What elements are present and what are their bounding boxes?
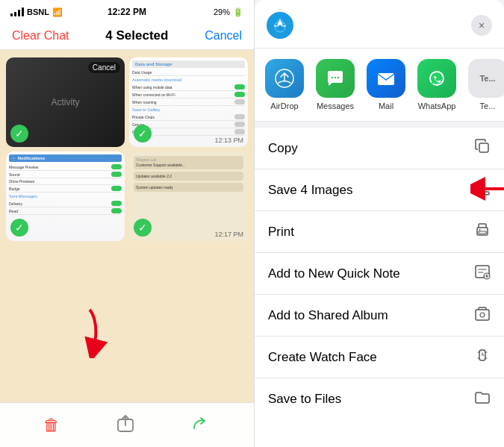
svg-point-18 — [480, 313, 485, 317]
top-bar: Clear Chat 4 Selected Cancel — [0, 22, 254, 50]
messages-icon — [316, 59, 355, 98]
savefiles-icon — [474, 389, 491, 409]
check-1: ✓ — [10, 125, 28, 143]
more-label: Te... — [480, 101, 496, 110]
svg-rect-9 — [479, 143, 488, 152]
action-quicknote-label: Add to New Quick Note — [268, 266, 400, 281]
check-3: ✓ — [10, 219, 28, 237]
sharedalbum-icon — [474, 305, 491, 325]
action-watchface-label: Create Watch Face — [268, 350, 377, 365]
battery-label: 29% — [214, 7, 230, 16]
svg-point-4 — [332, 77, 333, 78]
action-watchface[interactable]: Create Watch Face — [255, 337, 504, 378]
action-copy-label: Copy — [268, 141, 298, 156]
svg-rect-13 — [479, 231, 486, 234]
cancel-btn-1[interactable]: Cancel — [88, 62, 120, 73]
images-grid: Cancel Activity ✓ Data and Storage Data … — [0, 50, 254, 248]
svg-marker-2 — [277, 19, 283, 25]
svg-point-5 — [335, 77, 336, 78]
print-icon — [474, 222, 491, 242]
action-save-label: Save 4 Images — [268, 183, 352, 198]
right-panel: × AirDrop Messa — [254, 0, 504, 447]
share-button[interactable] — [116, 413, 135, 437]
wifi-icon: 📶 — [52, 7, 63, 17]
share-messages[interactable]: Messages — [313, 59, 358, 110]
mail-label: Mail — [379, 101, 393, 110]
selected-count: 4 Selected — [105, 28, 168, 43]
airdrop-label: AirDrop — [270, 101, 298, 110]
action-savefiles[interactable]: Save to Files — [255, 378, 504, 419]
thumb1-label: Activity — [51, 97, 79, 107]
svg-rect-7 — [378, 73, 394, 85]
share-apps-row: AirDrop Messages Mail — [255, 49, 504, 122]
status-bar: BSNL 📶 12:22 PM 29% 🔋 — [0, 0, 254, 22]
action-copy[interactable]: Copy — [255, 128, 504, 169]
share-airdrop[interactable]: AirDrop — [262, 59, 307, 110]
chat-area: Cancel Activity ✓ Data and Storage Data … — [0, 50, 254, 402]
bottom-toolbar: 🗑 — [0, 402, 254, 447]
airdrop-icon — [265, 59, 304, 98]
action-sharedalbum[interactable]: Add to Shared Album — [255, 295, 504, 337]
thumb4-time: 12:17 PM — [214, 231, 243, 238]
whatsapp-icon — [417, 59, 456, 98]
status-left: BSNL 📶 — [10, 7, 63, 17]
status-right: 29% 🔋 — [214, 7, 243, 17]
thumbnail-2[interactable]: Data and Storage Data Usage Automatic me… — [129, 57, 248, 147]
signal-bars — [10, 7, 24, 16]
down-arrow-overlay — [75, 306, 116, 361]
delete-button[interactable]: 🗑 — [43, 416, 60, 435]
left-panel: BSNL 📶 12:22 PM 29% 🔋 Clear Chat 4 Selec… — [0, 0, 254, 447]
action-list: Copy Save 4 Images — [255, 128, 504, 447]
thumbnail-1[interactable]: Cancel Activity ✓ — [6, 57, 125, 147]
save-icon — [474, 180, 491, 200]
status-time: 12:22 PM — [108, 7, 146, 17]
thumbnail-3[interactable]: ← Notifications Message Preview Sound Sh… — [6, 151, 125, 241]
svg-point-14 — [479, 229, 481, 231]
action-print-label: Print — [268, 225, 294, 240]
share-app-icon — [267, 12, 293, 39]
quicknote-icon — [474, 263, 491, 284]
share-more[interactable]: Te... Te... — [465, 59, 504, 110]
share-whatsapp[interactable]: WhatsApp — [414, 59, 459, 110]
watchface-icon — [474, 347, 491, 367]
check-2: ✓ — [134, 125, 152, 143]
copy-icon — [474, 138, 491, 158]
share-close-button[interactable]: × — [471, 15, 492, 36]
messages-label: Messages — [317, 101, 354, 110]
cancel-button[interactable]: Cancel — [205, 29, 242, 43]
thumb2-time: 12:13 PM — [214, 137, 243, 144]
whatsapp-label: WhatsApp — [418, 101, 456, 110]
close-icon: × — [479, 19, 485, 31]
share-header: × — [255, 0, 504, 49]
action-save[interactable]: Save 4 Images — [255, 169, 504, 211]
share-mail[interactable]: Mail — [364, 59, 408, 110]
more-icon: Te... — [468, 59, 504, 98]
thumbnail-4[interactable]: Telegram Lab Customer Support available.… — [129, 151, 248, 241]
svg-point-6 — [337, 77, 339, 78]
thumb4-content: Telegram Lab Customer Support available.… — [129, 151, 248, 196]
action-savefiles-label: Save to Files — [268, 392, 341, 407]
svg-rect-10 — [476, 192, 489, 195]
thumb3-content: ← Notifications Message Preview Sound Sh… — [6, 151, 125, 218]
action-sharedalbum-label: Add to Shared Album — [268, 308, 388, 323]
carrier-label: BSNL — [27, 7, 49, 16]
check-4: ✓ — [134, 219, 152, 237]
battery-icon: 🔋 — [233, 7, 243, 17]
clear-chat-button[interactable]: Clear Chat — [12, 29, 69, 43]
action-quicknote[interactable]: Add to New Quick Note — [255, 253, 504, 295]
forward-button[interactable] — [191, 413, 211, 437]
action-print[interactable]: Print — [255, 211, 504, 253]
svg-rect-17 — [476, 310, 489, 320]
mail-icon — [367, 59, 405, 98]
